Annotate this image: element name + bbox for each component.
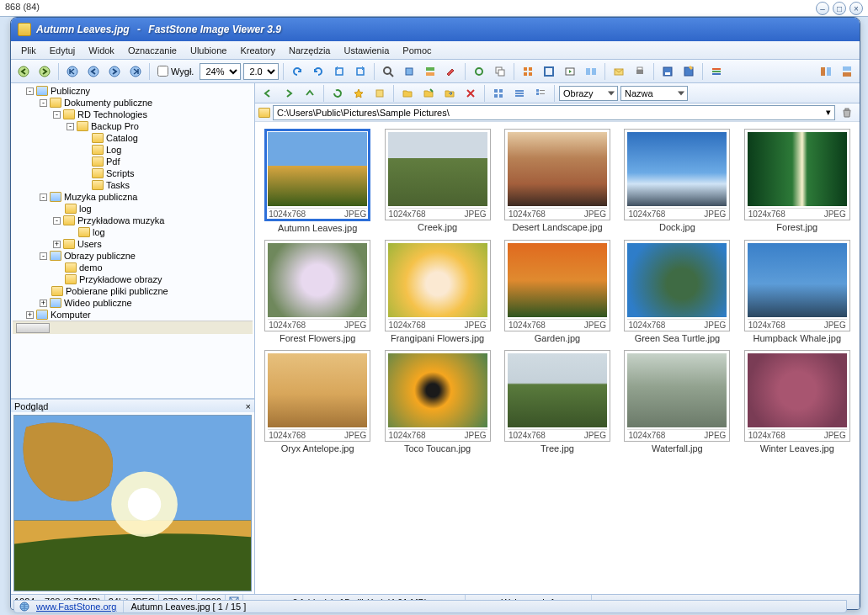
expand-icon[interactable]: + <box>40 300 47 307</box>
nav-back-icon[interactable] <box>14 62 33 81</box>
menu-widok[interactable]: Widok <box>82 44 121 57</box>
tree-node[interactable]: log <box>65 227 253 237</box>
magnify-icon[interactable] <box>379 62 397 81</box>
go-back-icon[interactable] <box>258 84 277 103</box>
tree-node[interactable]: -RD Technologies <box>51 109 253 119</box>
menu-oznaczanie[interactable]: Oznaczanie <box>121 44 184 57</box>
view-details-icon[interactable] <box>531 84 550 103</box>
skip-back-icon[interactable] <box>63 62 82 81</box>
zoom-alt-select[interactable]: 2.0 <box>243 63 279 80</box>
tree-hscroll[interactable] <box>13 321 253 334</box>
copy-to-icon[interactable] <box>419 84 438 103</box>
menu-plik[interactable]: Plik <box>14 44 43 57</box>
trash-icon[interactable] <box>838 103 856 122</box>
menu-ustawienia[interactable]: Ustawienia <box>338 44 397 57</box>
view-thumbs-icon[interactable] <box>489 84 508 103</box>
expand-icon[interactable]: + <box>53 241 61 248</box>
menu-edytuj[interactable]: Edytuj <box>43 44 83 57</box>
go-up-icon[interactable] <box>301 84 319 103</box>
menu-kreatory[interactable]: Kreatory <box>233 44 282 57</box>
thumbnail[interactable]: 1024x768JPEGDock.jpg <box>621 129 732 233</box>
saveas-icon[interactable] <box>679 62 698 81</box>
thumbnail[interactable]: 1024x768JPEGForest Flowers.jpg <box>262 240 373 343</box>
preview-box[interactable] <box>13 415 252 591</box>
open-folder-icon[interactable] <box>398 84 417 103</box>
tree-node[interactable]: Log <box>78 145 253 155</box>
history-icon[interactable] <box>370 84 389 103</box>
tree-node[interactable]: -Backup Pro <box>65 121 253 131</box>
redo-icon[interactable] <box>309 62 327 81</box>
fullscreen-icon[interactable] <box>540 62 558 81</box>
thumbnail[interactable]: 1024x768JPEGGreen Sea Turtle.jpg <box>621 240 732 343</box>
expand-icon[interactable]: - <box>40 252 47 260</box>
expand-icon[interactable]: - <box>26 87 34 95</box>
edit-icon[interactable] <box>421 62 439 81</box>
thumbnail[interactable]: 1024x768JPEGAutumn Leaves.jpg <box>262 129 373 233</box>
tree-node[interactable]: Pobierane pliki publiczne <box>38 286 253 296</box>
print-icon[interactable] <box>631 62 649 81</box>
expand-icon[interactable]: - <box>53 217 61 225</box>
tree-node[interactable]: demo <box>51 262 253 273</box>
tree-node[interactable]: -Obrazy publiczne <box>38 251 253 261</box>
refresh-icon[interactable] <box>470 62 488 81</box>
expand-icon[interactable]: - <box>40 194 47 201</box>
thumbnail[interactable]: 1024x768JPEGFrangipani Flowers.jpg <box>381 240 493 343</box>
compare-icon[interactable] <box>582 62 600 81</box>
tree-node[interactable]: Przykładowe obrazy <box>51 274 253 284</box>
undo-icon[interactable] <box>288 62 306 81</box>
folder-tree[interactable]: -Publiczny-Dokumenty publiczne-RD Techno… <box>11 83 254 399</box>
thumbnails-area[interactable]: 1024x768JPEGAutumn Leaves.jpg1024x768JPE… <box>255 122 860 594</box>
thumbnail[interactable]: 1024x768JPEGWinter Leaves.jpg <box>742 350 853 453</box>
view-list-icon[interactable] <box>510 84 529 103</box>
tree-node[interactable]: +Wideo publiczne <box>38 298 253 308</box>
minimize-btn-outer[interactable]: – <box>816 2 829 15</box>
next-icon[interactable] <box>105 62 124 81</box>
expand-icon[interactable]: + <box>26 311 34 319</box>
rotate-right-icon[interactable] <box>351 62 370 81</box>
tree-node[interactable]: -Dokumenty publiczne <box>38 98 253 108</box>
thumbnail[interactable]: 1024x768JPEGGarden.jpg <box>502 240 613 343</box>
maximize-btn-outer[interactable]: □ <box>833 2 846 15</box>
close-btn-outer[interactable]: × <box>849 2 863 15</box>
preview-close-icon[interactable]: × <box>246 401 251 411</box>
nav-fwd-icon[interactable] <box>35 62 54 81</box>
titlebar[interactable]: Autumn Leaves.jpg - FastStone Image View… <box>11 18 860 41</box>
thumbnail[interactable]: 1024x768JPEGForest.jpg <box>742 129 853 233</box>
menu-narzędzia[interactable]: Narzędzia <box>282 44 338 57</box>
tree-node[interactable]: Tasks <box>78 180 253 190</box>
tree-node[interactable]: -Muzyka publiczna <box>38 192 253 202</box>
tree-node[interactable]: log <box>51 204 253 214</box>
crop-icon[interactable] <box>400 62 418 81</box>
slideshow-icon[interactable] <box>561 62 579 81</box>
save-icon[interactable] <box>658 62 677 81</box>
発turn-left-icon[interactable] <box>330 62 349 81</box>
website-link[interactable]: www.FastStone.org <box>36 602 116 612</box>
move-to-icon[interactable] <box>440 84 459 103</box>
tree-node[interactable]: Pdf <box>78 156 253 167</box>
thumbnail[interactable]: 1024x768JPEGOryx Antelope.jpg <box>262 350 373 453</box>
view-smooth-toggle[interactable]: Wygł. <box>157 66 194 77</box>
expand-icon[interactable]: - <box>67 123 74 130</box>
favorite-icon[interactable] <box>349 84 368 103</box>
zoom-select[interactable]: 24% <box>200 63 241 80</box>
thumbnail[interactable]: 1024x768JPEGWaterfall.jpg <box>621 350 732 453</box>
clone-icon[interactable] <box>491 62 509 81</box>
thumb-grid-icon[interactable] <box>519 62 537 81</box>
path-input[interactable]: C:\Users\Public\Pictures\Sample Pictures… <box>273 105 835 120</box>
view-smooth-checkbox[interactable] <box>157 66 168 77</box>
tree-node[interactable]: -Publiczny <box>24 86 253 96</box>
email-icon[interactable] <box>610 62 628 81</box>
menu-pomoc[interactable]: Pomoc <box>396 44 438 57</box>
delete-icon[interactable] <box>461 84 480 103</box>
prev-icon[interactable] <box>84 62 103 81</box>
skip-fwd-icon[interactable] <box>126 62 145 81</box>
tree-node[interactable]: -Przykładowa muzyka <box>51 215 253 225</box>
expand-icon[interactable]: - <box>53 111 61 119</box>
thumbnail[interactable]: 1024x768JPEGCreek.jpg <box>381 129 493 233</box>
go-fwd-icon[interactable] <box>280 84 298 103</box>
settings-icon[interactable] <box>707 62 726 81</box>
reload-icon[interactable] <box>328 84 347 103</box>
switch-view-2-icon[interactable] <box>838 62 856 81</box>
menu-ulubione[interactable]: Ulubione <box>184 44 233 57</box>
paint-icon[interactable] <box>442 62 461 81</box>
